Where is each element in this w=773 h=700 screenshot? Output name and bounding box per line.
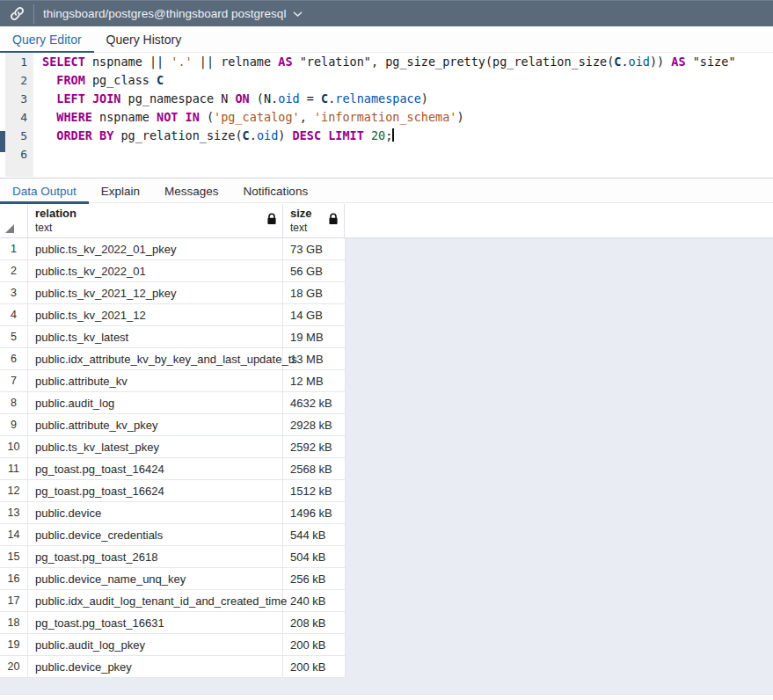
row-number-cell[interactable]: 19 (0, 634, 28, 656)
tab-notifications[interactable]: Notifications (231, 179, 321, 203)
relation-cell[interactable]: public.device_name_unq_key (28, 568, 283, 590)
relation-cell[interactable]: pg_toast.pg_toast_16624 (28, 480, 283, 502)
relation-cell[interactable]: public.attribute_kv_pkey (28, 414, 283, 436)
column-header-relation[interactable]: relation text (28, 204, 283, 237)
select-all-corner[interactable] (0, 204, 28, 237)
sql-editor[interactable]: 123456 SELECT nspname || '.' || relname … (0, 53, 773, 177)
row-number-cell[interactable]: 3 (0, 282, 28, 304)
table-row[interactable]: 16public.device_name_unq_key256 kB (0, 568, 346, 590)
row-number-cell[interactable]: 12 (0, 480, 28, 502)
relation-cell[interactable]: public.idx_audit_log_tenant_id_and_creat… (28, 590, 283, 612)
connection-selector[interactable]: thingsboard/postgres@thingsboard postgre… (34, 1, 311, 27)
size-cell[interactable]: 2568 kB (283, 458, 346, 480)
size-cell[interactable]: 200 kB (283, 634, 346, 656)
relation-cell[interactable]: pg_toast.pg_toast_2618 (28, 546, 283, 568)
relation-cell[interactable]: public.audit_log_pkey (28, 634, 283, 656)
table-row[interactable]: 7public.attribute_kv12 MB (0, 370, 346, 392)
table-row[interactable]: 6public.idx_attribute_kv_by_key_and_last… (0, 348, 346, 370)
horizontal-scrollbar[interactable] (0, 694, 773, 700)
table-row[interactable]: 1public.ts_kv_2022_01_pkey73 GB (0, 238, 346, 260)
size-cell[interactable]: 19 MB (283, 326, 346, 348)
row-number-cell[interactable]: 18 (0, 612, 28, 634)
code-line[interactable]: LEFT JOIN pg_namespace N ON (N.oid = C.r… (42, 90, 773, 108)
row-number-cell[interactable]: 17 (0, 590, 28, 612)
size-cell[interactable]: 56 GB (283, 260, 346, 282)
size-cell[interactable]: 4632 kB (283, 392, 346, 414)
tab-explain[interactable]: Explain (89, 179, 152, 203)
relation-cell[interactable]: public.ts_kv_2022_01 (28, 260, 283, 282)
size-cell[interactable]: 2592 kB (283, 436, 346, 458)
table-row[interactable]: 10public.ts_kv_latest_pkey2592 kB (0, 436, 346, 458)
row-number-cell[interactable]: 10 (0, 436, 28, 458)
size-cell[interactable]: 208 kB (283, 612, 346, 634)
size-cell[interactable]: 544 kB (283, 524, 346, 546)
table-row[interactable]: 8public.audit_log4632 kB (0, 392, 346, 414)
size-cell[interactable]: 2928 kB (283, 414, 346, 436)
table-row[interactable]: 3public.ts_kv_2021_12_pkey18 GB (0, 282, 346, 304)
row-number-cell[interactable]: 8 (0, 392, 28, 414)
row-number-cell[interactable]: 16 (0, 568, 28, 590)
table-row[interactable]: 20public.device_pkey200 kB (0, 656, 346, 678)
size-cell[interactable]: 14 GB (283, 304, 346, 326)
tab-data-output[interactable]: Data Output (0, 179, 89, 203)
size-cell[interactable]: 1496 kB (283, 502, 346, 524)
relation-cell[interactable]: public.ts_kv_latest (28, 326, 283, 348)
size-cell[interactable]: 73 GB (283, 238, 346, 260)
relation-cell[interactable]: pg_toast.pg_toast_16424 (28, 458, 283, 480)
table-row[interactable]: 9public.attribute_kv_pkey2928 kB (0, 414, 346, 436)
tab-messages[interactable]: Messages (152, 179, 231, 203)
table-row[interactable]: 4public.ts_kv_2021_1214 GB (0, 304, 346, 326)
column-header-size[interactable]: size text (283, 204, 345, 237)
size-cell[interactable]: 240 kB (283, 590, 346, 612)
table-row[interactable]: 17public.idx_audit_log_tenant_id_and_cre… (0, 590, 346, 612)
table-row[interactable]: 5public.ts_kv_latest19 MB (0, 326, 346, 348)
table-row[interactable]: 14public.device_credentials544 kB (0, 524, 346, 546)
size-cell[interactable]: 1512 kB (283, 480, 346, 502)
relation-cell[interactable]: public.ts_kv_latest_pkey (28, 436, 283, 458)
size-cell[interactable]: 200 kB (283, 656, 346, 678)
tab-query-editor[interactable]: Query Editor (0, 26, 94, 53)
row-number-cell[interactable]: 2 (0, 260, 28, 282)
row-number-cell[interactable]: 13 (0, 502, 28, 524)
size-cell[interactable]: 12 MB (283, 370, 346, 392)
table-row[interactable]: 13public.device1496 kB (0, 502, 346, 524)
relation-cell[interactable]: public.ts_kv_2022_01_pkey (28, 238, 283, 260)
row-number-cell[interactable]: 6 (0, 348, 28, 370)
relation-cell[interactable]: public.device_pkey (28, 656, 283, 678)
relation-cell[interactable]: public.device (28, 502, 283, 524)
table-row[interactable]: 18pg_toast.pg_toast_16631208 kB (0, 612, 346, 634)
table-row[interactable]: 15pg_toast.pg_toast_2618504 kB (0, 546, 346, 568)
relation-cell[interactable]: public.ts_kv_2021_12_pkey (28, 282, 283, 304)
row-number-cell[interactable]: 5 (0, 326, 28, 348)
table-row[interactable]: 11pg_toast.pg_toast_164242568 kB (0, 458, 346, 480)
line-number: 3 (5, 90, 33, 108)
row-number-cell[interactable]: 7 (0, 370, 28, 392)
code-line[interactable]: WHERE nspname NOT IN ('pg_catalog', 'inf… (42, 108, 773, 127)
tab-query-history[interactable]: Query History (94, 26, 194, 53)
sql-code[interactable]: SELECT nspname || '.' || relname AS "rel… (42, 53, 773, 177)
row-number-cell[interactable]: 20 (0, 656, 28, 678)
row-number-cell[interactable]: 11 (0, 458, 28, 480)
code-line[interactable]: SELECT nspname || '.' || relname AS "rel… (42, 53, 773, 71)
size-cell[interactable]: 13 MB (283, 348, 346, 370)
row-number-cell[interactable]: 9 (0, 414, 28, 436)
relation-cell[interactable]: public.device_credentials (28, 524, 283, 546)
size-cell[interactable]: 18 GB (283, 282, 346, 304)
row-number-cell[interactable]: 4 (0, 304, 28, 326)
relation-cell[interactable]: public.idx_attribute_kv_by_key_and_last_… (28, 348, 283, 370)
relation-cell[interactable]: pg_toast.pg_toast_16631 (28, 612, 283, 634)
row-number-cell[interactable]: 15 (0, 546, 28, 568)
relation-cell[interactable]: public.ts_kv_2021_12 (28, 304, 283, 326)
row-number-cell[interactable]: 1 (0, 238, 28, 260)
code-line[interactable] (42, 145, 773, 164)
table-row[interactable]: 12pg_toast.pg_toast_166241512 kB (0, 480, 346, 502)
table-row[interactable]: 2public.ts_kv_2022_0156 GB (0, 260, 346, 282)
table-row[interactable]: 19public.audit_log_pkey200 kB (0, 634, 346, 656)
code-line[interactable]: ORDER BY pg_relation_size(C.oid) DESC LI… (42, 127, 773, 145)
size-cell[interactable]: 256 kB (283, 568, 346, 590)
row-number-cell[interactable]: 14 (0, 524, 28, 546)
size-cell[interactable]: 504 kB (283, 546, 346, 568)
relation-cell[interactable]: public.audit_log (28, 392, 283, 414)
code-line[interactable]: FROM pg_class C (42, 71, 773, 90)
relation-cell[interactable]: public.attribute_kv (28, 370, 283, 392)
